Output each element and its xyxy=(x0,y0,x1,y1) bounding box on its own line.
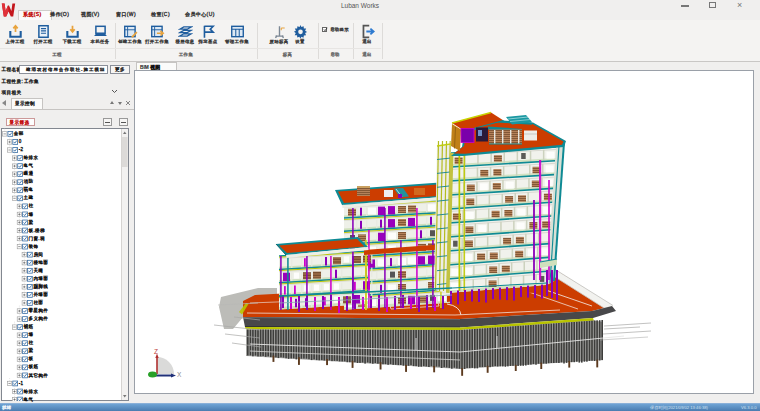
svg-text:X: X xyxy=(177,371,182,378)
svg-text:Z: Z xyxy=(154,348,158,355)
